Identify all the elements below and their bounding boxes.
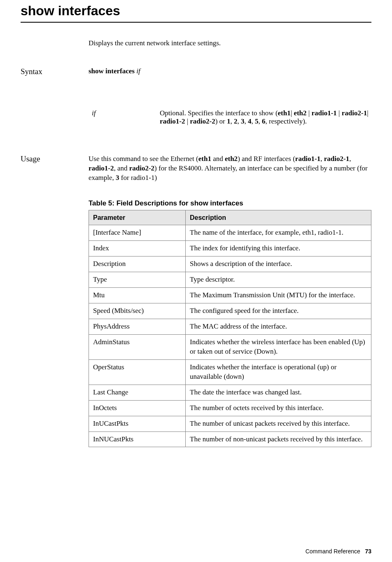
- td-desc: The name of the interface, for example, …: [186, 225, 371, 241]
- td-desc: Indicates whether the wireless interface…: [186, 334, 371, 359]
- td-param: AdminStatus: [89, 334, 186, 359]
- td-desc: The number of octets received by this in…: [186, 400, 371, 416]
- td-param: Speed (Mbits/sec): [89, 303, 186, 319]
- td-desc: The number of non-unicast packets receiv…: [186, 431, 371, 447]
- usage-section: Usage Use this command to see the Ethern…: [21, 154, 371, 183]
- usage-label: Usage: [21, 154, 89, 183]
- td-param: InUCastPkts: [89, 416, 186, 431]
- param-name: if: [92, 109, 160, 126]
- td-desc: The date the interface was changed last.: [186, 385, 371, 400]
- td-param: Mtu: [89, 288, 186, 303]
- syntax-label: Syntax: [21, 67, 89, 96]
- param-definition: if Optional. Specifies the interface to …: [89, 109, 371, 126]
- table-row: Last ChangeThe date the interface was ch…: [89, 385, 371, 400]
- td-param: PhysAddress: [89, 319, 186, 335]
- td-desc: The Maximum Transmission Unit (MTU) for …: [186, 288, 371, 303]
- td-desc: The index for identifying this interface…: [186, 241, 371, 257]
- page-footer: Command Reference 73: [306, 548, 371, 555]
- td-param: OperStatus: [89, 359, 186, 385]
- page-title: show interfaces: [21, 3, 371, 19]
- table-row: [Interface Name]The name of the interfac…: [89, 225, 371, 241]
- td-desc: Shows a description of the interface.: [186, 257, 371, 272]
- table-row: InOctetsThe number of octets received by…: [89, 400, 371, 416]
- intro-text: Displays the current network interface s…: [89, 39, 371, 47]
- title-rule: [21, 22, 371, 23]
- footer-page-number: 73: [365, 548, 371, 555]
- syntax-section: Syntax show interfaces if: [21, 67, 371, 96]
- syntax-command: show interfaces: [89, 67, 136, 75]
- td-desc: Type descriptor.: [186, 272, 371, 288]
- th-parameter: Parameter: [89, 210, 186, 225]
- table-row: AdminStatusIndicates whether the wireles…: [89, 334, 371, 359]
- table-row: DescriptionShows a description of the in…: [89, 257, 371, 272]
- td-param: Index: [89, 241, 186, 257]
- syntax-definition: show interfaces if: [89, 67, 371, 75]
- td-param: InOctets: [89, 400, 186, 416]
- param-description: Optional. Specifies the interface to sho…: [160, 109, 371, 126]
- syntax-arg: if: [136, 67, 140, 75]
- table-row: IndexThe index for identifying this inte…: [89, 241, 371, 257]
- td-desc: The number of unicast packets received b…: [186, 416, 371, 431]
- table-header-row: Parameter Description: [89, 210, 371, 225]
- td-param: Description: [89, 257, 186, 272]
- usage-text: Use this command to see the Ethernet (et…: [89, 154, 371, 183]
- th-description: Description: [186, 210, 371, 225]
- td-param: [Interface Name]: [89, 225, 186, 241]
- table-caption: Table 5: Field Descriptions for show int…: [89, 199, 371, 208]
- table-row: PhysAddressThe MAC address of the interf…: [89, 319, 371, 335]
- td-desc: The MAC address of the interface.: [186, 319, 371, 335]
- table-row: TypeType descriptor.: [89, 272, 371, 288]
- td-param: Last Change: [89, 385, 186, 400]
- footer-text: Command Reference: [306, 548, 360, 555]
- content-area: Displays the current network interface s…: [21, 39, 371, 447]
- table-row: OperStatusIndicates whether the interfac…: [89, 359, 371, 385]
- table-row: MtuThe Maximum Transmission Unit (MTU) f…: [89, 288, 371, 303]
- td-desc: The configured speed for the interface.: [186, 303, 371, 319]
- table-row: Speed (Mbits/sec)The configured speed fo…: [89, 303, 371, 319]
- table-row: InUCastPktsThe number of unicast packets…: [89, 416, 371, 431]
- td-param: Type: [89, 272, 186, 288]
- field-description-table: Parameter Description [Interface Name]Th…: [89, 210, 371, 448]
- td-desc: Indicates whether the interface is opera…: [186, 359, 371, 385]
- table-row: InNUCastPktsThe number of non-unicast pa…: [89, 431, 371, 447]
- td-param: InNUCastPkts: [89, 431, 186, 447]
